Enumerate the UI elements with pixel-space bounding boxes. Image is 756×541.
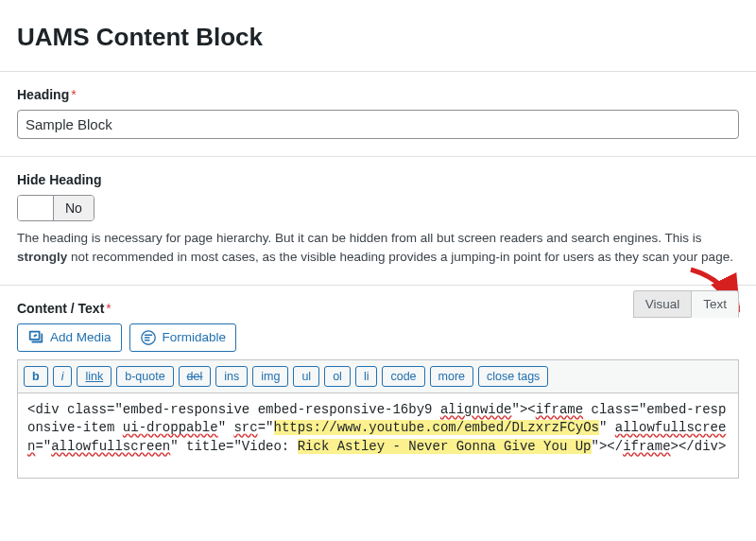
required-mark: * xyxy=(106,301,111,316)
hide-heading-field: Hide Heading No The heading is necessary… xyxy=(17,157,739,285)
qt-del[interactable]: del xyxy=(179,366,212,387)
formidable-icon xyxy=(140,329,157,346)
qt-img[interactable]: img xyxy=(252,366,288,387)
help-text: not recommended in most cases, as the vi… xyxy=(67,250,733,264)
qt-close-tags[interactable]: close tags xyxy=(478,366,548,387)
content-label: Content / Text* xyxy=(17,301,739,316)
formidable-label: Formidable xyxy=(163,330,227,344)
content-textarea[interactable]: <div class="embed-responsive embed-respo… xyxy=(17,393,739,479)
qt-code[interactable]: code xyxy=(382,366,424,387)
required-mark: * xyxy=(71,87,76,102)
hide-heading-help: The heading is necessary for page hierar… xyxy=(17,229,739,268)
qt-ins[interactable]: ins xyxy=(215,366,248,387)
qt-link[interactable]: link xyxy=(77,366,112,387)
heading-label-text: Heading xyxy=(17,87,69,102)
tab-text[interactable]: Text xyxy=(691,290,739,318)
qt-li[interactable]: li xyxy=(355,366,378,387)
heading-input[interactable] xyxy=(17,110,739,139)
help-strong: strongly xyxy=(17,250,67,264)
qt-italic[interactable]: i xyxy=(53,366,73,387)
qt-bquote[interactable]: b-quote xyxy=(116,366,173,387)
help-text: The heading is necessary for page hierar… xyxy=(17,231,701,245)
toggle-state: No xyxy=(54,196,94,220)
editor-tabs: Visual Text xyxy=(633,289,739,317)
toggle-handle xyxy=(18,196,54,220)
hide-heading-label: Hide Heading xyxy=(17,172,739,187)
content-field: Content / Text* Add Media Formidable Vis… xyxy=(17,286,739,496)
qt-ul[interactable]: ul xyxy=(293,366,319,387)
tab-visual[interactable]: Visual xyxy=(633,290,692,318)
heading-field: Heading* xyxy=(17,72,739,156)
qt-more[interactable]: more xyxy=(430,366,473,387)
heading-label: Heading* xyxy=(17,87,739,102)
quicktags-toolbar: b i link b-quote del ins img ul ol li co… xyxy=(17,359,739,393)
content-label-text: Content / Text xyxy=(17,301,104,316)
media-icon xyxy=(27,329,44,346)
hide-heading-toggle[interactable]: No xyxy=(17,195,94,221)
qt-bold[interactable]: b xyxy=(24,366,48,387)
add-media-label: Add Media xyxy=(50,330,112,344)
page-title: UAMS Content Block xyxy=(17,0,739,71)
qt-ol[interactable]: ol xyxy=(324,366,351,387)
media-button-row: Add Media Formidable xyxy=(17,323,739,352)
formidable-button[interactable]: Formidable xyxy=(129,323,237,352)
add-media-button[interactable]: Add Media xyxy=(17,323,122,352)
